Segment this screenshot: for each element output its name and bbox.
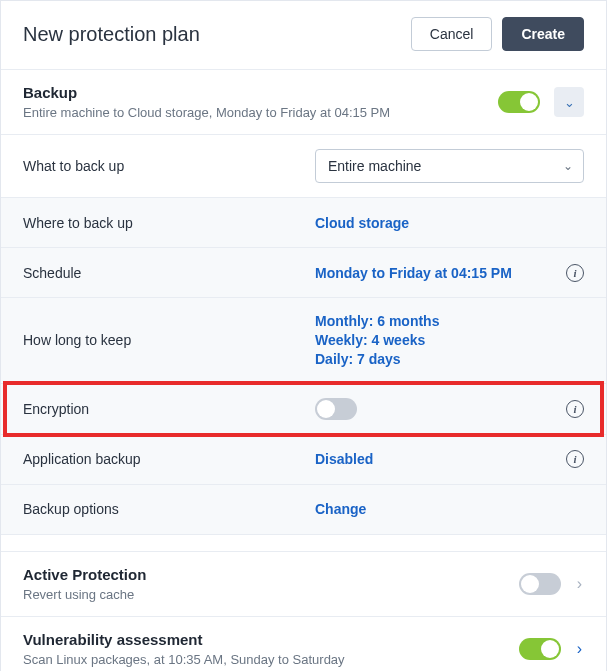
protection-plan-panel: New protection plan Cancel Create Backup… <box>0 0 607 671</box>
appbackup-label: Application backup <box>23 451 315 467</box>
where-label: Where to back up <box>23 215 315 231</box>
appbackup-value[interactable]: Disabled <box>315 451 566 467</box>
header: New protection plan Cancel Create <box>1 1 606 70</box>
vulnerability-title: Vulnerability assessment <box>23 631 519 648</box>
row-retention: How long to keep Monthly: 6 months Weekl… <box>1 298 606 384</box>
active-protection-toggle[interactable] <box>519 573 561 595</box>
row-backup-options: Backup options Change <box>1 485 606 535</box>
backup-section-summary: Entire machine to Cloud storage, Monday … <box>23 105 498 120</box>
backup-toggle[interactable] <box>498 91 540 113</box>
row-schedule: Schedule Monday to Friday at 04:15 PM i <box>1 248 606 298</box>
options-value[interactable]: Change <box>315 501 584 517</box>
backup-expand-button[interactable]: ⌄ <box>554 87 584 117</box>
vulnerability-section: Vulnerability assessment Scan Linux pack… <box>1 617 606 671</box>
vulnerability-toggle[interactable] <box>519 638 561 660</box>
chevron-right-icon[interactable]: › <box>575 640 584 658</box>
create-button[interactable]: Create <box>502 17 584 51</box>
page-title: New protection plan <box>23 23 200 46</box>
active-protection-summary: Revert using cache <box>23 587 519 602</box>
info-icon[interactable]: i <box>566 450 584 468</box>
what-select[interactable]: Entire machine ⌄ <box>315 149 584 183</box>
active-protection-section: Active Protection Revert using cache › <box>1 551 606 617</box>
where-value[interactable]: Cloud storage <box>315 215 584 231</box>
backup-section-meta: Backup Entire machine to Cloud storage, … <box>23 84 498 120</box>
chevron-right-icon[interactable]: › <box>575 575 584 593</box>
retention-label: How long to keep <box>23 332 315 348</box>
row-application-backup: Application backup Disabled i <box>1 435 606 485</box>
info-icon[interactable]: i <box>566 264 584 282</box>
encryption-label: Encryption <box>23 401 315 417</box>
active-protection-title: Active Protection <box>23 566 519 583</box>
cancel-button[interactable]: Cancel <box>411 17 493 51</box>
schedule-value[interactable]: Monday to Friday at 04:15 PM <box>315 265 566 281</box>
vulnerability-summary: Scan Linux packages, at 10:35 AM, Sunday… <box>23 652 519 667</box>
options-label: Backup options <box>23 501 315 517</box>
retention-monthly: Monthly: 6 months <box>315 312 584 331</box>
retention-weekly: Weekly: 4 weeks <box>315 331 584 350</box>
header-actions: Cancel Create <box>411 17 584 51</box>
schedule-label: Schedule <box>23 265 315 281</box>
encryption-toggle[interactable] <box>315 398 357 420</box>
backup-section: Backup Entire machine to Cloud storage, … <box>1 70 606 135</box>
info-icon[interactable]: i <box>566 400 584 418</box>
chevron-down-icon: ⌄ <box>564 95 575 110</box>
chevron-down-icon: ⌄ <box>563 159 573 173</box>
what-label: What to back up <box>23 158 315 174</box>
section-gap <box>1 535 606 551</box>
what-select-value: Entire machine <box>328 158 421 174</box>
row-what-to-back-up: What to back up Entire machine ⌄ <box>1 135 606 198</box>
row-where-to-back-up: Where to back up Cloud storage <box>1 198 606 248</box>
backup-section-title: Backup <box>23 84 498 101</box>
row-encryption: Encryption i <box>1 384 606 435</box>
retention-value[interactable]: Monthly: 6 months Weekly: 4 weeks Daily:… <box>315 312 584 369</box>
retention-daily: Daily: 7 days <box>315 350 584 369</box>
